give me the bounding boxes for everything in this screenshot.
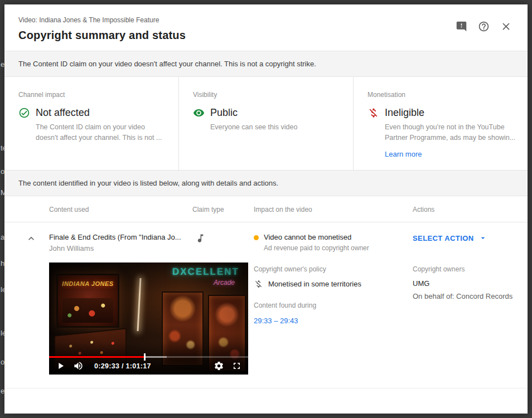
strike-notice-bar: The Content ID claim on your video doesn…	[4, 51, 528, 77]
policy-label: Copyright owner's policy	[254, 265, 399, 273]
page-title: Copyright summary and status	[18, 29, 186, 42]
eye-icon	[193, 107, 205, 119]
claim-type-cell	[192, 233, 254, 252]
dialog-titles: Video: Indiana Jones & The Impossible Fe…	[18, 16, 186, 42]
video-name-label: Video: Indiana Jones & The Impossible Fe…	[18, 16, 186, 24]
content-used-cell: Finale & End Credits (From "Indiana Jo..…	[49, 233, 192, 252]
settings-gear-icon[interactable]	[214, 361, 224, 371]
player-control-bar: 0:29:33 / 1:01:17	[49, 358, 248, 375]
select-action-button[interactable]: SELECT ACTION	[413, 234, 487, 242]
column-header-actions: Actions	[413, 196, 528, 222]
claim-expanded-details: INDIANA JONES DXCELLENT Arcade	[4, 263, 528, 388]
content-identified-notice-bar: The content identified in your video is …	[4, 170, 528, 196]
claim-track-title: Finale & End Credits (From "Indiana Jo..…	[49, 233, 192, 241]
monetisation-value: Ineligible	[385, 107, 424, 119]
header-icons	[456, 16, 512, 32]
fullscreen-icon[interactable]	[231, 361, 242, 371]
player-time-display: 0:29:33 / 1:01:17	[94, 362, 151, 370]
copyright-summary-dialog: Video: Indiana Jones & The Impossible Fe…	[4, 4, 528, 414]
impact-subtitle: Ad revenue paid to copyright owner	[264, 244, 369, 252]
visibility-card: Visibility Public Everyone can see this …	[178, 77, 353, 170]
claims-table: Content used Claim type Impact on the vi…	[4, 196, 528, 388]
visibility-value: Public	[210, 107, 238, 119]
table-header-row: Content used Claim type Impact on the vi…	[4, 196, 528, 222]
card-label: Visibility	[193, 91, 343, 99]
claim-track-artist: John Williams	[49, 244, 192, 252]
close-icon[interactable]	[500, 21, 512, 32]
impact-cell: Video cannot be monetised Ad revenue pai…	[254, 233, 413, 252]
monetisation-description: Even though you're not in the YouTube Pa…	[385, 122, 518, 144]
column-header-content-used: Content used	[49, 196, 192, 222]
music-note-icon	[195, 233, 206, 244]
play-icon[interactable]	[55, 361, 66, 371]
money-off-icon	[254, 279, 263, 289]
money-off-icon	[367, 107, 379, 119]
chevron-down-icon	[478, 234, 487, 242]
claim-policy-details: Copyright owner's policy Monetised in so…	[254, 263, 413, 375]
video-player[interactable]: INDIANA JONES DXCELLENT Arcade	[49, 263, 248, 375]
card-label: Channel impact	[18, 91, 168, 99]
policy-value: Monetised in some territories	[268, 280, 361, 288]
channel-impact-card: Channel impact Not affected The Content …	[4, 77, 178, 170]
video-player-cell: INDIANA JONES DXCELLENT Arcade	[49, 263, 254, 375]
column-header-claim-type: Claim type	[192, 196, 254, 222]
owner-on-behalf-of: On behalf of: Concord Records	[413, 292, 516, 300]
column-header-impact: Impact on the video	[254, 196, 413, 222]
select-action-label: SELECT ACTION	[413, 234, 473, 242]
content-found-label: Content found during	[254, 302, 399, 309]
feedback-icon[interactable]	[456, 21, 467, 32]
channel-impact-description: The Content ID claim on your video doesn…	[36, 122, 168, 144]
owners-label: Copyright owners	[413, 265, 516, 273]
collapse-row-button[interactable]	[4, 233, 49, 252]
owner-name: UMG	[413, 279, 516, 288]
card-label: Monetisation	[367, 91, 518, 99]
volume-icon[interactable]	[73, 361, 84, 371]
copyright-owners-details: Copyright owners UMG On behalf of: Conco…	[413, 263, 528, 375]
visibility-description: Everyone can see this video	[210, 122, 343, 133]
dialog-header: Video: Indiana Jones & The Impossible Fe…	[4, 4, 528, 51]
status-summary-row: Channel impact Not affected The Content …	[4, 77, 528, 170]
chevron-up-icon	[26, 233, 37, 244]
policy-value-row: Monetised in some territories	[254, 279, 399, 289]
monetisation-card: Monetisation Ineligible Even though you'…	[353, 77, 528, 170]
impact-title: Video cannot be monetised	[264, 233, 369, 241]
channel-impact-value: Not affected	[36, 107, 90, 119]
warning-dot-icon	[254, 235, 259, 240]
actions-cell: SELECT ACTION	[413, 233, 528, 252]
claim-row: Finale & End Credits (From "Indiana Jo..…	[4, 222, 528, 252]
check-circle-icon	[18, 107, 30, 119]
learn-more-link[interactable]: Learn more	[385, 150, 422, 158]
help-icon[interactable]	[478, 21, 490, 32]
content-found-timestamps-link[interactable]: 29:33 – 29:43	[254, 317, 298, 325]
